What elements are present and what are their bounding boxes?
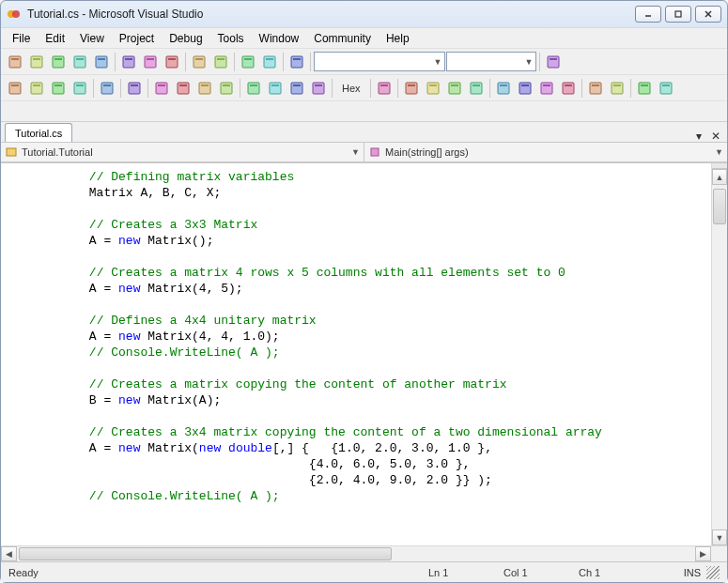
svg-rect-62 bbox=[379, 83, 390, 94]
save-all-icon[interactable] bbox=[91, 52, 112, 72]
redo-icon[interactable] bbox=[210, 52, 231, 72]
step-over2-icon[interactable] bbox=[287, 78, 307, 99]
menu-project[interactable]: Project bbox=[112, 30, 162, 47]
menu-window[interactable]: Window bbox=[252, 30, 307, 47]
scroll-right-button[interactable]: ▶ bbox=[695, 546, 711, 561]
thread-icon[interactable] bbox=[97, 78, 117, 99]
scroll-corner bbox=[711, 546, 727, 561]
svg-rect-88 bbox=[7, 148, 16, 156]
step-out-icon[interactable] bbox=[70, 78, 90, 99]
svg-rect-38 bbox=[53, 83, 64, 94]
menu-community[interactable]: Community bbox=[306, 30, 379, 47]
close-tab-icon[interactable]: ✕ bbox=[710, 130, 721, 142]
undo-icon[interactable] bbox=[189, 52, 209, 72]
svg-rect-20 bbox=[166, 56, 178, 68]
new-project-icon[interactable] bbox=[5, 52, 25, 72]
b4-icon[interactable] bbox=[466, 78, 487, 99]
svg-rect-57 bbox=[271, 84, 279, 86]
titlebar[interactable]: Tutorial.cs - Microsoft Visual Studio bbox=[1, 1, 727, 27]
member-dropdown[interactable]: Main(string[] args) ▼ bbox=[364, 143, 727, 161]
combo-platform[interactable]: ▼ bbox=[446, 52, 536, 71]
tab-dropdown-icon[interactable]: ▾ bbox=[693, 130, 705, 142]
scroll-left-button[interactable]: ◀ bbox=[1, 546, 17, 561]
svg-rect-56 bbox=[270, 83, 281, 94]
toolbar-separator bbox=[370, 79, 371, 98]
find-icon[interactable] bbox=[543, 52, 564, 72]
svg-rect-23 bbox=[195, 58, 203, 60]
svg-rect-15 bbox=[98, 58, 105, 60]
play-icon[interactable] bbox=[151, 78, 172, 99]
toolbar-separator bbox=[115, 53, 116, 71]
vscroll-track[interactable] bbox=[712, 185, 727, 529]
b1-icon[interactable] bbox=[401, 78, 422, 99]
save-icon[interactable] bbox=[70, 52, 90, 72]
svg-rect-81 bbox=[592, 84, 599, 86]
hex-toggle-button[interactable]: Hex bbox=[335, 78, 367, 99]
svg-rect-48 bbox=[178, 83, 189, 94]
t2-icon[interactable] bbox=[607, 78, 627, 99]
restart-icon[interactable] bbox=[216, 78, 237, 99]
code-editor[interactable]: // Defining matrix variables Matrix A, B… bbox=[1, 163, 711, 545]
cut-icon[interactable] bbox=[118, 52, 139, 72]
svg-rect-77 bbox=[543, 84, 550, 86]
book2-icon[interactable] bbox=[656, 78, 676, 99]
vertical-scrollbar[interactable]: ▲ ▼ bbox=[711, 163, 727, 545]
next-stmt-icon[interactable] bbox=[243, 78, 264, 99]
scroll-up-button[interactable]: ▲ bbox=[712, 169, 727, 185]
svg-rect-39 bbox=[54, 84, 62, 86]
vscroll-thumb[interactable] bbox=[713, 189, 726, 224]
pause-icon[interactable] bbox=[173, 78, 194, 99]
b3-icon[interactable] bbox=[444, 78, 465, 99]
class-dropdown[interactable]: Tutorial.Tutorial ▼ bbox=[1, 143, 364, 161]
hscroll-track[interactable] bbox=[17, 546, 695, 561]
nav-back-icon[interactable] bbox=[238, 52, 258, 72]
combo-solution[interactable]: ▼ bbox=[314, 52, 445, 71]
open-icon[interactable] bbox=[48, 52, 69, 72]
stop-icon[interactable] bbox=[194, 78, 215, 99]
member-dropdown-text: Main(string[] args) bbox=[385, 146, 715, 158]
breakpoint-icon[interactable] bbox=[374, 78, 395, 99]
maximize-button[interactable] bbox=[665, 6, 691, 23]
nav-fwd-icon[interactable] bbox=[259, 52, 280, 72]
menu-help[interactable]: Help bbox=[379, 30, 417, 47]
horizontal-scrollbar[interactable]: ◀ ▶ bbox=[1, 545, 727, 561]
toolbar-spacer bbox=[1, 100, 727, 121]
svg-rect-63 bbox=[380, 84, 388, 86]
tab-label: Tutorial.cs bbox=[15, 128, 62, 139]
proc-icon[interactable] bbox=[5, 78, 25, 99]
step-into2-icon[interactable] bbox=[265, 78, 286, 99]
menu-file[interactable]: File bbox=[5, 30, 38, 47]
add-item-icon[interactable] bbox=[26, 52, 47, 72]
menu-view[interactable]: View bbox=[72, 30, 112, 47]
b2-icon[interactable] bbox=[423, 78, 443, 99]
svg-rect-54 bbox=[248, 83, 259, 94]
svg-rect-85 bbox=[641, 84, 648, 86]
toolbar-separator bbox=[397, 79, 398, 98]
w2-icon[interactable] bbox=[515, 78, 535, 99]
svg-rect-75 bbox=[521, 84, 529, 86]
step-over-icon[interactable] bbox=[48, 78, 69, 99]
minimize-button[interactable] bbox=[635, 6, 661, 23]
step-out2-icon[interactable] bbox=[308, 78, 329, 99]
window-title: Tutorial.cs - Microsoft Visual Studio bbox=[27, 8, 635, 21]
t1-icon[interactable] bbox=[585, 78, 606, 99]
step-into-icon[interactable] bbox=[26, 78, 47, 99]
hscroll-thumb[interactable] bbox=[19, 547, 392, 560]
document-tab[interactable]: Tutorial.cs bbox=[5, 123, 72, 142]
start-icon[interactable] bbox=[287, 52, 307, 72]
close-button[interactable] bbox=[695, 6, 721, 23]
paste-icon[interactable] bbox=[162, 52, 182, 72]
svg-rect-52 bbox=[221, 83, 232, 94]
menu-debug[interactable]: Debug bbox=[162, 30, 209, 47]
copy-icon[interactable] bbox=[140, 52, 161, 72]
menu-edit[interactable]: Edit bbox=[38, 30, 72, 47]
book1-icon[interactable] bbox=[634, 78, 655, 99]
scroll-down-button[interactable]: ▼ bbox=[712, 529, 727, 545]
menu-tools[interactable]: Tools bbox=[210, 30, 252, 47]
w4-icon[interactable] bbox=[558, 78, 579, 99]
resize-grip[interactable] bbox=[706, 566, 720, 579]
w3-icon[interactable] bbox=[536, 78, 557, 99]
list-icon[interactable] bbox=[124, 78, 145, 99]
toolbar-separator bbox=[581, 79, 582, 98]
w1-icon[interactable] bbox=[493, 78, 514, 99]
